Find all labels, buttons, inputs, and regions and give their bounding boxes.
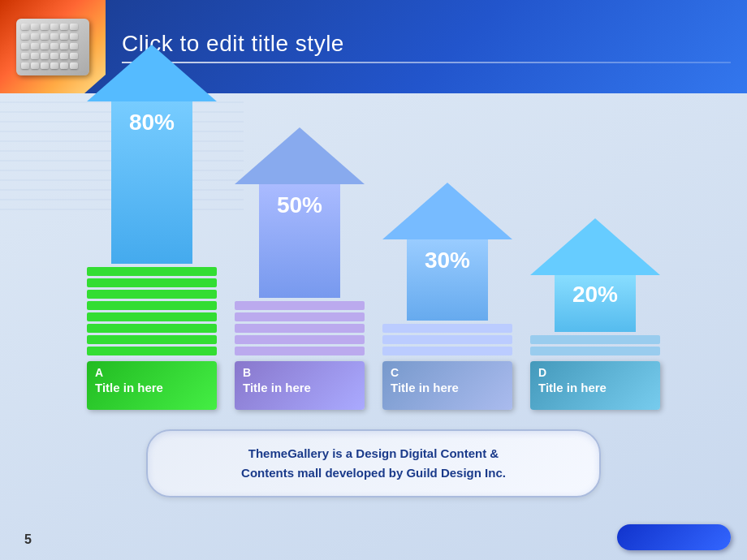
label-title-c: Title in here — [391, 381, 504, 394]
stripes-a — [87, 264, 217, 361]
label-letter-b: B — [243, 366, 356, 379]
label-letter-c: C — [391, 366, 504, 379]
footer-text: ThemeGallery is a Design Digital Content… — [180, 444, 567, 483]
arrow-b: 50% — [235, 127, 365, 298]
footer-line1: ThemeGallery is a Design Digital Content… — [248, 446, 499, 460]
label-letter-d: D — [538, 366, 652, 379]
footer-box: ThemeGallery is a Design Digital Content… — [146, 429, 601, 498]
arrow-head-d — [530, 218, 660, 275]
bottom-right-button[interactable] — [617, 524, 731, 550]
label-title-b: Title in here — [243, 381, 356, 394]
stripes-b — [235, 298, 365, 361]
label-title-a: Title in here — [95, 381, 209, 394]
arrow-d: 20% — [530, 218, 660, 332]
percent-b: 50% — [277, 192, 322, 218]
chart-column-b: 50% B Title in here — [231, 127, 369, 410]
arrow-body-a: 80% — [111, 101, 192, 264]
arrow-head-b — [235, 127, 365, 184]
label-box-d[interactable]: D Title in here — [530, 361, 660, 410]
arrow-body-c: 30% — [407, 239, 488, 321]
percent-c: 30% — [425, 248, 470, 274]
label-box-c[interactable]: C Title in here — [382, 361, 512, 410]
chart-column-a: 80% A Title in here — [83, 45, 221, 410]
percent-a: 80% — [129, 110, 175, 136]
label-box-a[interactable]: A Title in here — [87, 361, 217, 410]
label-letter-a: A — [95, 366, 209, 379]
percent-d: 20% — [572, 282, 618, 308]
arrow-c: 30% — [382, 183, 512, 321]
main-content: 80% A Title in here — [0, 93, 747, 560]
arrow-head-c — [382, 183, 512, 239]
chart-column-c: 30% C Title in here — [378, 183, 516, 410]
stripes-d — [530, 332, 660, 361]
label-title-d: Title in here — [538, 381, 652, 394]
arrow-body-d: 20% — [555, 275, 636, 332]
arrow-head-a — [87, 45, 217, 101]
chart-area: 80% A Title in here — [34, 118, 713, 410]
keyboard-icon — [16, 19, 89, 75]
stripes-c — [382, 321, 512, 361]
arrow-body-b: 50% — [259, 184, 340, 298]
page-number: 5 — [24, 532, 32, 547]
chart-column-d: 20% D Title in here — [526, 218, 664, 410]
arrow-a: 80% — [87, 45, 217, 264]
label-box-b[interactable]: B Title in here — [235, 361, 365, 410]
footer-line2: Contents mall developed by Guild Design … — [241, 466, 506, 480]
